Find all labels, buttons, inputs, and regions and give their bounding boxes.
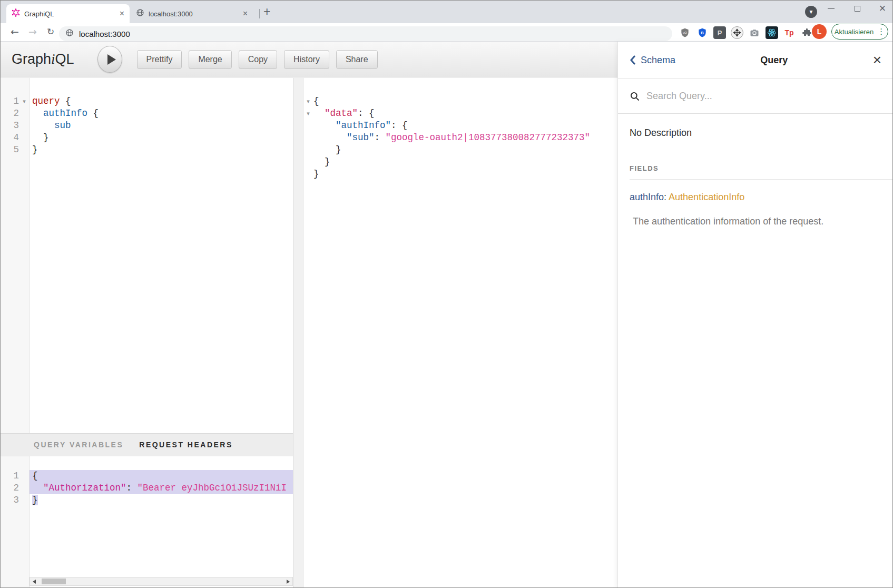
- code-line: 4 }: [0, 132, 293, 144]
- fold-arrow-icon[interactable]: ▾: [304, 95, 312, 107]
- share-button[interactable]: Share: [336, 50, 378, 69]
- tab-close-icon[interactable]: ×: [243, 9, 248, 18]
- doc-title: Query: [675, 55, 873, 66]
- code-text[interactable]: }: [30, 132, 293, 144]
- doc-explorer-panel: Schema Query × Search Query... No Descri…: [617, 42, 893, 588]
- code-line: 3}: [0, 494, 293, 506]
- code-text[interactable]: "data": {: [312, 107, 617, 120]
- token: "Authorization": [43, 483, 126, 493]
- doc-no-description: No Description: [630, 128, 881, 139]
- code-line: 1▾query {: [0, 95, 293, 107]
- code-text[interactable]: }: [312, 144, 617, 156]
- execute-query-button[interactable]: [97, 46, 122, 73]
- address-bar[interactable]: localhost:3000: [59, 26, 672, 41]
- reload-icon[interactable]: ↻: [43, 24, 58, 39]
- back-icon[interactable]: ←: [7, 24, 22, 39]
- code-text[interactable]: authInfo {: [30, 107, 293, 120]
- token: }: [32, 495, 38, 505]
- token: }: [313, 156, 330, 167]
- token: "Bearer eyJhbGciOiJSUzI1NiI: [138, 483, 287, 493]
- token: {: [32, 471, 38, 481]
- token: :: [375, 132, 386, 143]
- horizontal-scrollbar[interactable]: [30, 577, 293, 586]
- token: [32, 120, 54, 131]
- bitwarden-icon[interactable]: B: [696, 26, 709, 39]
- tab-title: localhost:3000: [149, 10, 240, 18]
- token: [313, 132, 347, 143]
- move-tool-icon[interactable]: [731, 26, 743, 39]
- minimize-button[interactable]: [819, 0, 843, 17]
- new-tab-button[interactable]: +: [263, 5, 270, 19]
- browser-tab-localhost[interactable]: localhost:3000 ×: [131, 4, 253, 23]
- code-text[interactable]: }: [30, 144, 293, 156]
- site-globe-icon[interactable]: [65, 28, 74, 39]
- search-input[interactable]: Search Query...: [646, 91, 712, 102]
- aktualisieren-button[interactable]: Aktualisieren ⋮: [831, 24, 888, 40]
- request-headers-editor[interactable]: 1{2 "Authorization": "Bearer eyJhbGciOiJ…: [0, 456, 293, 588]
- code-line: 1{: [0, 470, 293, 482]
- window-close-button[interactable]: ×: [870, 0, 893, 17]
- code-text[interactable]: {: [30, 470, 293, 482]
- browser-tab-graphiql[interactable]: GraphiQL ×: [6, 4, 130, 23]
- pane-divider[interactable]: [293, 78, 303, 588]
- doc-search-row[interactable]: Search Query...: [618, 79, 893, 114]
- doc-fields-header: FIELDS: [630, 164, 881, 172]
- code-line: 5}: [0, 144, 293, 156]
- result-json: ▾{▾ "data": { "authInfo": { "sub": "goog…: [304, 95, 617, 180]
- prettify-button[interactable]: Prettify: [137, 50, 182, 69]
- profile-avatar[interactable]: L: [812, 24, 827, 39]
- forward-icon: →: [25, 24, 40, 39]
- tab-query-variables[interactable]: QUERY VARIABLES: [34, 440, 123, 449]
- fold-gutter: [304, 168, 312, 180]
- tab-title: GraphiQL: [24, 10, 116, 18]
- code-text[interactable]: "sub": "google-oauth2|108377380082777232…: [312, 132, 617, 144]
- query-code[interactable]: 1▾query {2 authInfo {3 sub4 }5}: [0, 95, 293, 156]
- field-type-link[interactable]: AuthenticationInfo: [669, 192, 744, 202]
- tab-search-icon[interactable]: ▼: [805, 6, 817, 18]
- code-text[interactable]: query {: [30, 95, 293, 107]
- query-editor[interactable]: 1▾query {2 authInfo {3 sub4 }5}: [0, 78, 293, 433]
- browser-tab-strip: GraphiQL × localhost:3000 × + ▼ ×: [0, 0, 893, 23]
- p-extension-icon[interactable]: P: [713, 26, 726, 39]
- field-description: The authentication information of the re…: [630, 216, 881, 227]
- code-text[interactable]: "Authorization": "Bearer eyJhbGciOiJSUzI…: [30, 482, 293, 494]
- svg-text:uO: uO: [683, 31, 687, 34]
- code-text[interactable]: }: [312, 156, 617, 168]
- history-button[interactable]: History: [284, 50, 329, 69]
- fold-arrow-icon[interactable]: ▾: [19, 95, 30, 107]
- scroll-right-arrow-icon[interactable]: [287, 580, 290, 584]
- kebab-menu-icon[interactable]: ⋮: [877, 27, 885, 36]
- tab-request-headers[interactable]: REQUEST HEADERS: [139, 440, 233, 449]
- token: [313, 108, 325, 119]
- code-text[interactable]: sub: [30, 120, 293, 132]
- maximize-button[interactable]: [845, 0, 869, 17]
- tp-icon[interactable]: Tp: [783, 26, 796, 39]
- toolbar-buttons: Prettify Merge Copy History Share: [137, 50, 378, 69]
- doc-explorer-header: Schema Query ×: [618, 42, 893, 79]
- code-text[interactable]: "authInfo": {: [312, 120, 617, 132]
- doc-back-link[interactable]: Schema: [630, 55, 675, 66]
- react-devtools-icon[interactable]: [766, 26, 778, 39]
- token: :: [126, 483, 138, 493]
- code-line: 3 sub: [0, 120, 293, 132]
- extensions-puzzle-icon[interactable]: [800, 26, 813, 39]
- tab-close-icon[interactable]: ×: [120, 9, 124, 18]
- ublock-icon[interactable]: uO: [679, 26, 691, 39]
- url-text[interactable]: localhost:3000: [79, 30, 130, 38]
- scrollbar-thumb[interactable]: [42, 579, 66, 584]
- code-text[interactable]: }: [30, 494, 293, 506]
- camera-icon[interactable]: [748, 26, 761, 39]
- line-number: 2: [0, 107, 19, 120]
- field-name-link[interactable]: authInfo: [630, 192, 664, 202]
- fold-arrow-icon[interactable]: ▾: [304, 107, 312, 120]
- merge-button[interactable]: Merge: [189, 50, 231, 69]
- code-text[interactable]: {: [312, 95, 617, 107]
- token: }: [32, 144, 38, 155]
- tab-separator: [259, 9, 260, 18]
- headers-code[interactable]: 1{2 "Authorization": "Bearer eyJhbGciOiJ…: [0, 470, 293, 506]
- scroll-left-arrow-icon[interactable]: [33, 580, 36, 584]
- extensions-row: uO B P Tp: [679, 26, 813, 39]
- code-text[interactable]: }: [312, 168, 617, 180]
- doc-close-icon[interactable]: ×: [873, 55, 881, 65]
- copy-button[interactable]: Copy: [239, 50, 277, 69]
